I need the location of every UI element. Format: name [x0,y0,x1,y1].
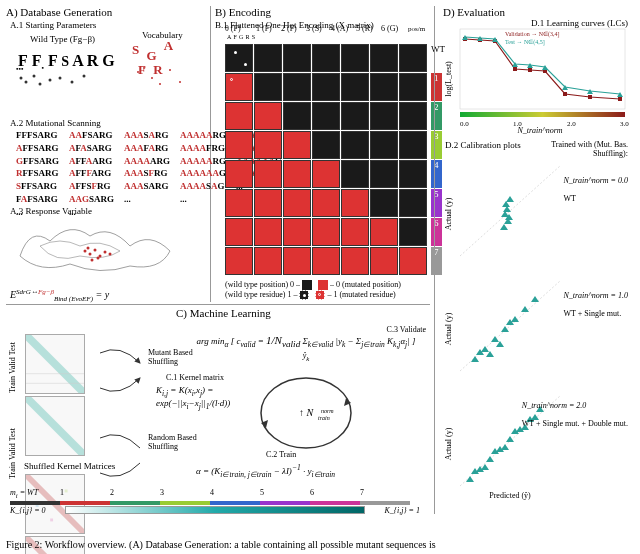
rand-shuffle-arrows [95,428,145,478]
panel-a-title: A) Database Generation [6,6,210,18]
panel-b: B) Encoding B.1 Flattened One Hot Encodi… [215,6,430,302]
vocabulary-label: Vocabulary [142,30,183,40]
svg-text:3.0: 3.0 [620,120,629,128]
mut-shuffle-arrows [95,343,145,393]
calib-plot-3: Actual (y) Predicted (ŷ) N_train^norm = … [445,386,630,501]
panel-d-title: D) Evaluation [443,6,634,18]
panel-b-title: B) Encoding [215,6,430,18]
c3-argmin-eq: arg minα [ cvalid = 1/Nvalid Σk∈valid |y… [186,334,426,349]
svg-point-4 [49,79,52,82]
svg-point-19 [97,257,100,260]
svg-rect-33 [50,519,53,522]
calib-plot-2: Actual (y) N_train^norm = 1.0WT + Single… [445,271,630,386]
svg-point-2 [33,75,36,78]
svg-point-7 [83,75,86,78]
a3-title: A.3 Response Variable [10,206,210,216]
svg-text:Actual (y): Actual (y) [445,312,453,345]
svg-point-12 [179,81,181,83]
panel-d: D) Evaluation D.1 Learning curves (LCs) … [434,6,634,514]
svg-point-15 [89,253,92,256]
protein-structure-sketch [10,216,190,286]
c1-eq: Ki,j = K(xi,xj) = exp(−||xi−xj||1/(l·d)) [156,385,266,411]
sequence-dots-decoration [16,70,116,90]
svg-point-5 [59,77,62,80]
figure-container: A) Database Generation A.1 Starting Para… [0,0,640,554]
svg-rect-50 [618,97,622,101]
wild-type-label: Wild Type (Fg−β) [30,34,95,44]
svg-rect-49 [588,95,592,99]
svg-rect-48 [563,92,567,96]
encoding-row-2: 2 [225,102,445,130]
encoding-legend: (wild type position) 0 – – 0 (mutated po… [225,280,401,300]
svg-rect-45 [513,67,517,71]
svg-point-22 [87,247,90,250]
svg-rect-53 [460,112,625,117]
c3-label: C.3 Validate [186,325,426,334]
kernel-matrix-mut-2 [25,396,85,456]
encoding-row-4: 4 [225,160,445,188]
ml-equations: C.3 Validate arg minα [ cvalid = 1/Nvali… [186,325,426,464]
svg-text:Predicted (ŷ): Predicted (ŷ) [489,491,531,500]
svg-text:Test → N∈(4,5]: Test → N∈(4,5] [505,39,545,46]
c1-label: C.1 Kernel matrix [166,373,224,382]
svg-point-1 [25,81,28,84]
panel-a2: A.2 Mutational Scanning FFFSARGAAFSARGAA… [10,118,210,220]
encoding-row-6: 6 [225,218,445,246]
svg-text:norm: norm [321,408,334,414]
encoding-row-wt: WT [225,44,445,72]
c2-eq: α = (Ki∈train, j∈train − λI)−1 · yi∈trai… [196,463,335,479]
svg-point-21 [109,253,112,256]
a1-title: A.1 Starting Parameters [10,20,210,30]
svg-point-3 [39,83,42,86]
c3-yhat-label: ŷk [186,351,426,362]
d2-title: D.2 Calibration plots [445,140,521,150]
svg-text:2.0: 2.0 [567,120,576,128]
svg-rect-46 [528,68,532,72]
encoding-row-3: 3 [225,131,445,159]
kernel-matrices-block: Train Valid Test Mutant Based Shuffling … [10,333,150,554]
panel-a1: A.1 Starting Parameters Wild Type (Fg−β)… [10,20,210,110]
encoding-row-7: 7 [225,247,445,275]
kernel-matrix-mut-1 [25,334,85,394]
svg-text:Actual (y): Actual (y) [445,427,453,460]
response-equation: ESdrG↔Fg−βBind (EvoEF) = y [10,288,210,303]
svg-point-14 [84,250,87,253]
vocabulary-letters: S G A F R [130,40,175,80]
svg-point-11 [169,69,171,71]
calib-plot-1: Actual (y) N_train^norm = 0.0WT [445,156,630,271]
c2-label: C.2 Train [266,450,296,459]
svg-point-13 [159,83,161,85]
svg-text:Actual (y): Actual (y) [445,197,453,230]
panel-c: C) Machine Learning Train Valid Test Mut… [6,304,430,514]
encoding-row-5: 5 [225,189,445,217]
svg-point-18 [104,251,107,254]
svg-text:N_train^norm: N_train^norm [516,126,562,134]
learning-curve-plot: log(L_test) Validation → N∈(3,4] Test → … [445,24,630,134]
residue-letters: AFGRS [227,34,257,40]
encoding-row-1: 1 [225,73,445,101]
svg-text:Validation → N∈(3,4]: Validation → N∈(3,4] [505,31,560,38]
panel-a: A) Database Generation A.1 Starting Para… [6,6,211,302]
svg-point-6 [71,81,74,84]
svg-point-20 [91,259,94,262]
svg-text:↑ N: ↑ N [299,407,315,418]
svg-text:train: train [318,415,330,421]
svg-text:log(L_test): log(L_test) [445,61,453,97]
panel-a3: A.3 Response Variable ESdrG↔Fg−βBind (Ev… [10,206,210,303]
colorbar: mi = WT 123 4567 K_{i,j} = 0 K_{i,j} = 1 [10,488,420,510]
ml-cycle-diagram: ↑ N norm train [246,368,366,458]
encoding-grid: WT 1 2 3 4 [225,44,445,276]
panel-c-title: C) Machine Learning [176,307,271,319]
encoding-col-headers: θ (F) 1 (F) 2 (F) 3 (S) 4 (A) 5 (R) 6 (G… [225,24,425,33]
a2-title: A.2 Mutational Scanning [10,118,210,128]
figure-caption: Figure 2: Workflow overview. (A) Databas… [6,539,634,550]
svg-point-16 [94,249,97,252]
svg-point-0 [20,77,23,80]
svg-text:0.0: 0.0 [460,120,469,128]
